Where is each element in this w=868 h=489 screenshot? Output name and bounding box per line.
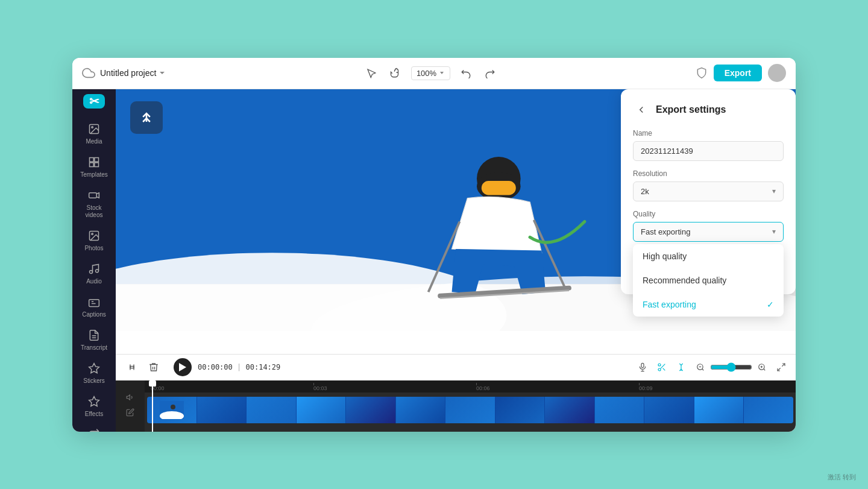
sidebar-item-captions[interactable]: Captions [77,291,112,322]
svg-point-34 [658,364,661,366]
sidebar-item-label: Captions [82,311,105,318]
resolution-select[interactable]: 2k ▾ [633,181,784,201]
top-bar-center: 100% [166,65,695,81]
sidebar-item-label: Photos [84,245,103,252]
quality-value: Fast exporting [641,227,690,236]
sidebar-item-label: Templates [80,171,108,178]
svg-line-42 [764,369,766,371]
sidebar-item-stock-videos[interactable]: Stock videos [77,185,112,222]
sidebar-item-label: Effects [85,411,103,418]
volume-icon[interactable] [126,393,134,403]
hand-tool[interactable] [387,65,404,81]
dropdown-arrow-icon [159,69,166,77]
templates-icon [87,155,101,169]
svg-marker-47 [127,395,130,400]
quality-option-fast-label: Fast exporting [643,300,696,309]
sidebar-item-label: Media [86,138,102,145]
sidebar-item-transitions[interactable]: Transitions [77,424,112,432]
quality-option-recommended[interactable]: Recommended quality [633,268,784,292]
svg-rect-11 [89,299,99,306]
quality-label: Quality [633,210,784,218]
pencil-icon[interactable] [126,408,134,418]
ruler-mark-2: 00:06 [476,385,490,391]
sidebar-item-effects[interactable]: Effects [77,391,112,421]
mic-button[interactable] [635,360,650,374]
project-title[interactable]: Untitled project [100,68,166,78]
audio-icon [87,262,101,276]
avatar [768,64,786,82]
svg-line-39 [702,369,704,371]
playback-icons [635,360,788,374]
app-logo: ✂ [83,94,105,109]
shield-icon [696,67,708,79]
svg-rect-3 [95,157,99,162]
ruler-mark-3: 00:09 [639,385,653,391]
zoom-slider-group [693,360,769,374]
cut-tool-button[interactable] [655,360,669,374]
quality-option-high-label: High quality [643,251,687,261]
transitions-icon [87,427,101,432]
svg-line-45 [782,364,785,367]
quality-option-high[interactable]: High quality [633,244,784,268]
svg-point-35 [658,368,661,371]
zoom-control[interactable]: 100% [411,66,450,80]
back-button[interactable] [633,101,650,118]
export-button[interactable]: Export [714,65,762,81]
delete-tool-button[interactable] [145,358,163,376]
redo-button[interactable] [482,65,498,81]
svg-marker-30 [179,363,186,371]
timeline-area: 00:00 00:03 00:06 00:09 [116,380,796,432]
stock-videos-icon [87,188,101,203]
stickers-icon [87,361,101,376]
quality-field-group: Quality Fast exporting ▾ High quality Re… [633,210,784,242]
sidebar-item-templates[interactable]: Templates [77,151,112,182]
trim-tool-button[interactable] [123,358,141,376]
timeline-playhead [152,380,153,432]
svg-rect-20 [116,331,796,354]
quality-dropdown: High quality Recommended quality Fast ex… [633,244,784,317]
sidebar-item-stickers[interactable]: Stickers [77,358,112,388]
collapse-button[interactable] [130,101,163,134]
sidebar-item-transcript[interactable]: Transcript [77,324,112,355]
captions-icon [87,295,101,309]
svg-rect-4 [90,162,94,166]
cloud-save-icon[interactable] [82,66,95,80]
ruler-mark-1: 00:03 [313,385,327,391]
photos-icon [87,229,101,243]
sidebar-item-photos[interactable]: Photos [77,225,112,256]
main-content: ✂ Media Templates Stock videos [72,89,796,432]
name-input[interactable] [633,141,784,161]
sidebar-item-label: Stock videos [79,204,109,219]
timeline-track[interactable] [147,397,793,423]
quality-option-fast[interactable]: Fast exporting ✓ [633,292,784,317]
sidebar-item-label: Audio [86,278,102,285]
watermark: 激活 转到 [828,473,856,482]
svg-rect-23 [482,181,516,195]
resolution-chevron-icon: ▾ [772,187,776,195]
zoom-in-button[interactable] [755,360,769,374]
zoom-out-button[interactable] [693,360,708,374]
svg-point-9 [90,270,93,273]
play-button[interactable] [174,358,192,376]
resolution-value: 2k [641,187,649,196]
sidebar-item-audio[interactable]: Audio [77,258,112,289]
checkmark-icon: ✓ [767,300,774,309]
cursor-tool[interactable] [363,65,380,81]
split-button[interactable] [674,360,688,374]
timeline-zoom-slider[interactable] [710,362,752,372]
time-separator: | [237,363,245,371]
name-field-group: Name [633,129,784,161]
sidebar-item-media[interactable]: Media [77,118,112,149]
effects-icon [87,394,101,409]
panel-title: Export settings [656,104,726,115]
current-time: 00:00:00 [198,363,233,371]
quality-select[interactable]: Fast exporting ▾ [633,222,784,242]
undo-button[interactable] [458,65,474,81]
name-label: Name [633,129,784,137]
svg-marker-14 [89,363,99,373]
video-preview: Export settings Name Resolution 2k ▾ [116,89,796,354]
fullscreen-button[interactable] [774,360,788,374]
svg-rect-5 [95,162,99,166]
total-time: 00:14:29 [245,363,280,371]
svg-line-46 [778,368,781,371]
